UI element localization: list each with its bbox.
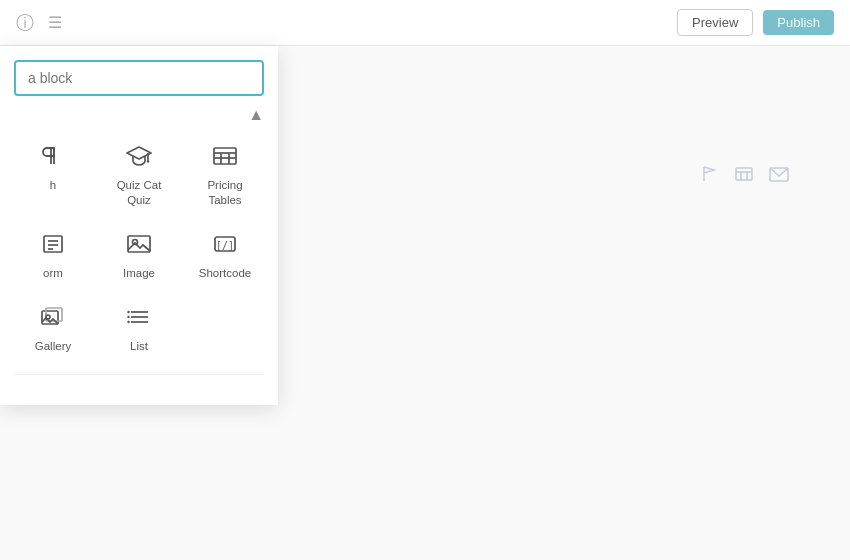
svg-point-24 [127, 311, 129, 313]
block-item-form[interactable]: orm [10, 218, 96, 291]
paragraph-icon [41, 144, 65, 172]
shortcode-icon: [/] [212, 232, 238, 260]
block-item-empty [182, 291, 268, 364]
menu-icon[interactable]: ☰ [48, 13, 62, 32]
block-item-image-label: Image [123, 266, 155, 281]
gallery-icon [40, 305, 66, 333]
svg-text:[/]: [/] [216, 240, 234, 251]
preview-button[interactable]: Preview [677, 9, 753, 36]
image-icon [126, 232, 152, 260]
collapse-button[interactable]: ▲ [248, 106, 264, 124]
svg-point-26 [127, 321, 129, 323]
block-picker-dropdown: ▲ h [0, 46, 278, 405]
form-icon [41, 232, 65, 260]
svg-point-4 [147, 160, 149, 162]
block-item-quiz-cat-quiz-label: Quiz Cat Quiz [104, 178, 174, 208]
svg-rect-5 [214, 148, 236, 164]
svg-point-25 [127, 316, 129, 318]
list-icon [126, 305, 152, 333]
block-item-shortcode[interactable]: [/] Shortcode [182, 218, 268, 291]
pricing-tables-icon [212, 144, 238, 172]
topbar: ⓘ ☰ Preview Publish [0, 0, 850, 46]
topbar-right: Preview Publish [677, 9, 834, 36]
placeholder-icons [700, 164, 790, 189]
block-item-pricing-tables-label: Pricing Tables [190, 178, 260, 208]
graduation-icon [126, 144, 152, 172]
block-item-gallery-label: Gallery [35, 339, 71, 354]
svg-rect-27 [736, 168, 752, 180]
block-item-form-label: orm [43, 266, 63, 281]
publish-button[interactable]: Publish [763, 10, 834, 35]
svg-rect-14 [128, 236, 150, 252]
block-item-quiz-cat-quiz[interactable]: Quiz Cat Quiz [96, 130, 182, 218]
flag-icon [700, 164, 720, 189]
divider [14, 374, 264, 375]
chevron-up-icon: ▲ [248, 106, 264, 123]
search-input[interactable] [14, 60, 264, 96]
mail-icon [768, 164, 790, 189]
info-icon[interactable]: ⓘ [16, 11, 34, 35]
block-item-list[interactable]: List [96, 291, 182, 364]
block-item-gallery[interactable]: Gallery [10, 291, 96, 364]
block-item-pricing-tables[interactable]: Pricing Tables [182, 130, 268, 218]
block-item-image[interactable]: Image [96, 218, 182, 291]
block-item-list-label: List [130, 339, 148, 354]
topbar-left: ⓘ ☰ [16, 11, 62, 35]
block-item-paragraph-label: h [50, 178, 56, 193]
search-wrap [0, 46, 278, 96]
block-grid: h Quiz Cat Quiz [0, 130, 278, 364]
table-icon [734, 164, 754, 189]
block-item-paragraph[interactable]: h [10, 130, 96, 218]
block-item-shortcode-label: Shortcode [199, 266, 251, 281]
collapse-row: ▲ [0, 96, 278, 130]
